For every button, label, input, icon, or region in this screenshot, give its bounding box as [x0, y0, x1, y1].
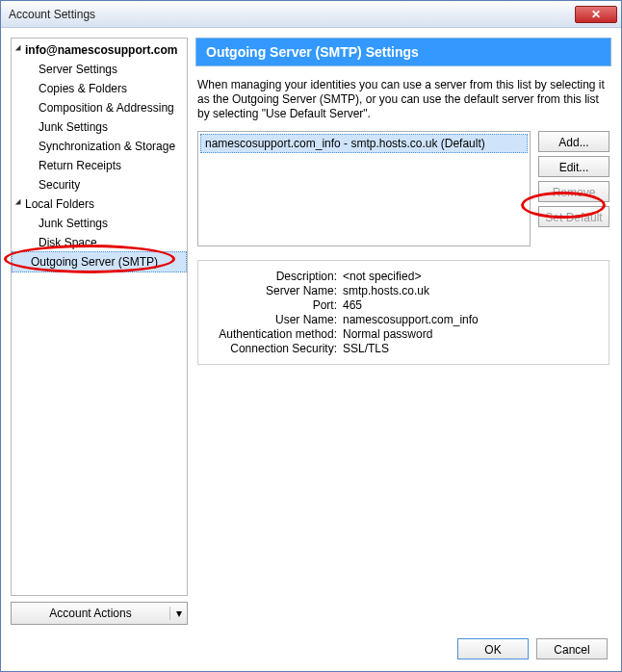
remove-button: Remove [538, 181, 609, 202]
detail-value-auth: Normal password [343, 327, 599, 341]
detail-value-servername: smtp.hosts.co.uk [343, 284, 599, 297]
tree-item-disk-space[interactable]: Disk Space [12, 233, 187, 252]
edit-button[interactable]: Edit... [538, 156, 609, 177]
title-bar: Account Settings ✕ [1, 1, 621, 28]
tree-item-server-settings[interactable]: Server Settings [12, 60, 187, 79]
detail-value-port: 465 [343, 298, 599, 312]
tree-account-root[interactable]: info@namescosupport.com [12, 40, 187, 60]
tree-item-return-receipts[interactable]: Return Receipts [12, 156, 187, 175]
detail-value-description: <not specified> [343, 270, 599, 283]
chevron-down-icon [15, 199, 23, 207]
sidebar: info@namescosupport.com Server Settings … [11, 38, 188, 625]
tree-item-outgoing-smtp[interactable]: Outgoing Server (SMTP) [12, 251, 187, 272]
tree-item-copies-folders[interactable]: Copies & Folders [12, 79, 187, 98]
tree-local-label: Local Folders [25, 197, 94, 211]
detail-label: Port: [208, 298, 343, 312]
smtp-server-list[interactable]: namescosupport.com_info - smtp.hosts.co.… [197, 131, 531, 246]
detail-label: User Name: [208, 313, 343, 326]
details-box: Description:<not specified> Server Name:… [197, 260, 609, 365]
window-title: Account Settings [9, 8, 575, 21]
close-icon: ✕ [591, 8, 601, 21]
tree-local-folders[interactable]: Local Folders [12, 194, 187, 214]
account-actions-button[interactable]: Account Actions ▾ [11, 602, 188, 625]
tree-account-label: info@namescosupport.com [25, 43, 177, 57]
main-panel: Outgoing Server (SMTP) Settings When man… [195, 38, 611, 625]
close-button[interactable]: ✕ [575, 6, 617, 23]
set-default-button: Set Default [538, 206, 609, 227]
content-area: info@namescosupport.com Server Settings … [1, 28, 621, 671]
account-tree: info@namescosupport.com Server Settings … [11, 38, 188, 596]
panel-instructions: When managing your identities you can us… [197, 78, 609, 121]
tree-item-junk[interactable]: Junk Settings [12, 117, 187, 137]
detail-value-connsec: SSL/TLS [343, 342, 599, 355]
detail-label: Authentication method: [208, 327, 343, 341]
chevron-down-icon [15, 45, 23, 53]
tree-item-local-junk[interactable]: Junk Settings [12, 214, 187, 233]
cancel-button[interactable]: Cancel [536, 638, 608, 659]
panel-title: Outgoing Server (SMTP) Settings [195, 38, 611, 66]
tree-item-security[interactable]: Security [12, 175, 187, 194]
account-actions-label: Account Actions [12, 607, 169, 620]
detail-label: Server Name: [208, 284, 343, 297]
dialog-footer: OK Cancel [11, 633, 611, 661]
smtp-list-item[interactable]: namescosupport.com_info - smtp.hosts.co.… [200, 134, 528, 153]
add-button[interactable]: Add... [538, 131, 609, 152]
detail-label: Connection Security: [208, 342, 343, 355]
detail-label: Description: [208, 270, 343, 283]
ok-button[interactable]: OK [457, 638, 529, 659]
dropdown-icon: ▾ [169, 607, 187, 620]
tree-item-sync[interactable]: Synchronization & Storage [12, 137, 187, 156]
detail-value-username: namescosupport.com_info [343, 313, 599, 326]
tree-item-composition[interactable]: Composition & Addressing [12, 98, 187, 117]
